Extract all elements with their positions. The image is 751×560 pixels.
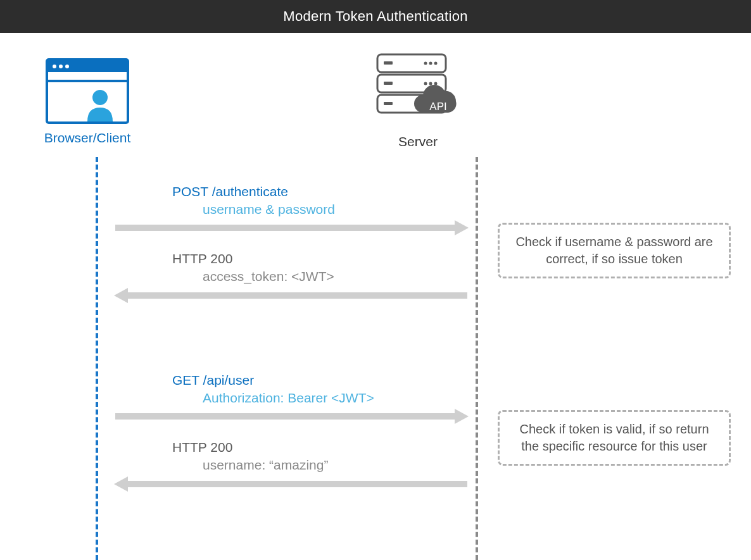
svg-point-13 xyxy=(424,62,427,65)
message-4-line1: HTTP 200 xyxy=(172,439,470,456)
arrow-head-right-icon xyxy=(455,220,469,235)
message-2-label: HTTP 200 access_token: <JWT> xyxy=(172,250,470,286)
svg-point-2 xyxy=(53,65,56,68)
svg-point-16 xyxy=(424,82,427,85)
arrow-head-left-icon xyxy=(114,476,128,492)
svg-point-3 xyxy=(59,65,63,68)
message-1-arrow xyxy=(115,225,467,231)
svg-rect-10 xyxy=(384,61,393,65)
message-2-line1: HTTP 200 xyxy=(172,250,470,268)
svg-rect-12 xyxy=(384,102,393,105)
lifeline-server xyxy=(476,157,478,560)
message-1-label: POST /authenticate username & password xyxy=(172,183,470,219)
svg-point-18 xyxy=(434,82,438,85)
message-4-line2: username: “amazing” xyxy=(172,456,470,474)
api-badge-text: API xyxy=(429,101,446,113)
svg-point-15 xyxy=(434,62,438,65)
svg-point-14 xyxy=(429,62,432,65)
arrow-head-right-icon xyxy=(455,409,469,424)
page-title: Modern Token Authentication xyxy=(283,8,467,25)
arrow-head-left-icon xyxy=(114,288,128,303)
note-1: Check if username & password are correct… xyxy=(498,223,731,278)
message-1-line2: username & password xyxy=(172,201,470,218)
message-3-arrow xyxy=(115,413,467,420)
lifeline-browser xyxy=(96,157,98,560)
svg-point-6 xyxy=(92,90,108,105)
message-2-arrow xyxy=(115,292,467,299)
actor-server-label: Server xyxy=(355,134,481,149)
browser-window-icon xyxy=(46,58,129,124)
arrow-shaft xyxy=(115,225,456,231)
message-3-label: GET /api/user Authorization: Bearer <JWT… xyxy=(172,371,470,408)
header-bar: Modern Token Authentication xyxy=(0,0,751,33)
message-3-line1: GET /api/user xyxy=(172,371,470,389)
actor-server: API Server xyxy=(355,52,481,149)
actor-browser-label: Browser/Client xyxy=(24,130,151,146)
sequence-diagram: Browser/Client API Server POST xyxy=(0,33,751,560)
arrow-shaft xyxy=(115,413,456,420)
message-2-line2: access_token: <JWT> xyxy=(172,268,470,285)
note-2: Check if token is valid, if so return th… xyxy=(498,410,731,466)
svg-rect-11 xyxy=(384,82,393,85)
arrow-shaft xyxy=(127,481,467,487)
arrow-shaft xyxy=(127,292,467,299)
actor-browser: Browser/Client xyxy=(24,58,151,146)
server-stack-icon: API xyxy=(374,52,462,128)
svg-point-4 xyxy=(65,65,69,68)
message-1-line1: POST /authenticate xyxy=(172,183,470,201)
svg-point-17 xyxy=(429,82,432,85)
message-3-line2: Authorization: Bearer <JWT> xyxy=(172,389,470,407)
message-4-label: HTTP 200 username: “amazing” xyxy=(172,439,470,475)
message-4-arrow xyxy=(115,481,467,487)
